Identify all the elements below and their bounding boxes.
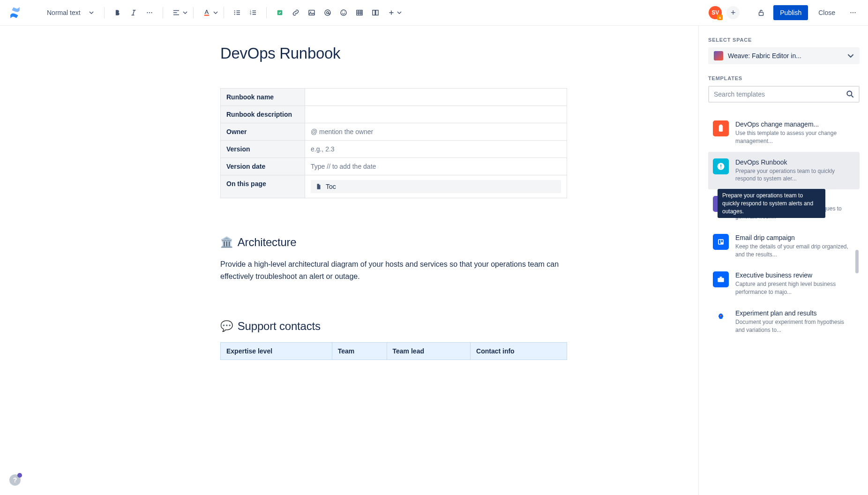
close-button[interactable]: Close xyxy=(813,5,841,20)
templates-sidebar: SELECT SPACE Weave: Fabric Editor in... … xyxy=(698,26,868,495)
meta-label: Runbook description xyxy=(221,106,305,123)
contacts-column-header: Team lead xyxy=(387,343,470,360)
more-actions-button[interactable] xyxy=(846,5,861,20)
meta-label: Version date xyxy=(221,158,305,175)
template-search-input[interactable] xyxy=(708,86,860,103)
svg-rect-36 xyxy=(720,277,722,278)
emoji-button[interactable] xyxy=(336,5,351,20)
chevron-down-icon xyxy=(397,10,402,15)
action-item-button[interactable] xyxy=(272,5,287,20)
table-button[interactable] xyxy=(352,5,367,20)
template-description: Prepare your operations team to quickly … xyxy=(735,167,855,183)
bold-button[interactable] xyxy=(110,5,125,20)
svg-point-6 xyxy=(234,14,235,15)
template-icon xyxy=(713,158,729,174)
meta-row: Runbook name xyxy=(221,89,567,106)
template-item[interactable]: Experiment plan and resultsDocument your… xyxy=(708,303,860,341)
more-formatting-button[interactable] xyxy=(142,5,157,20)
meta-value[interactable] xyxy=(305,89,567,106)
chevron-down-icon xyxy=(847,52,854,59)
svg-point-16 xyxy=(342,12,343,13)
user-avatar[interactable]: SV s xyxy=(709,6,722,19)
mention-button[interactable] xyxy=(320,5,335,20)
svg-point-2 xyxy=(151,12,152,13)
meta-label: Owner xyxy=(221,123,305,141)
svg-point-22 xyxy=(850,12,851,13)
svg-point-1 xyxy=(149,12,150,13)
svg-rect-27 xyxy=(720,125,722,126)
svg-point-25 xyxy=(847,91,852,96)
meta-row: Version dateType // to add the date xyxy=(221,158,567,175)
bullet-list-button[interactable] xyxy=(230,5,245,20)
align-button[interactable] xyxy=(169,5,184,20)
template-icon xyxy=(713,234,729,250)
editor-canvas[interactable]: DevOps Runbook Runbook nameRunbook descr… xyxy=(0,26,698,495)
svg-rect-11 xyxy=(309,10,314,15)
link-button[interactable] xyxy=(288,5,303,20)
meta-row: Owner@ mention the owner xyxy=(221,123,567,141)
meta-value[interactable]: @ mention the owner xyxy=(305,123,567,141)
chevron-down-icon xyxy=(183,10,187,15)
svg-point-17 xyxy=(344,12,345,13)
toc-macro[interactable]: Toc xyxy=(311,180,561,193)
svg-point-5 xyxy=(234,12,235,13)
template-description: Keep the details of your email drip orga… xyxy=(735,243,855,259)
contacts-table[interactable]: Expertise levelTeamTeam leadContact info xyxy=(220,342,567,360)
meta-value[interactable] xyxy=(305,106,567,123)
svg-point-23 xyxy=(853,12,853,13)
template-title: Executive business review xyxy=(735,271,855,279)
space-selector[interactable]: Weave: Fabric Editor in... xyxy=(708,47,860,64)
help-button[interactable]: ? xyxy=(9,474,21,486)
meta-label: Runbook name xyxy=(221,89,305,106)
text-color-button[interactable] xyxy=(199,5,214,20)
architecture-text[interactable]: Provide a high-level architectural diagr… xyxy=(220,258,567,282)
meta-row: Runbook description xyxy=(221,106,567,123)
template-description: Capture and present high level business … xyxy=(735,280,855,296)
italic-button[interactable] xyxy=(126,5,141,20)
svg-rect-35 xyxy=(718,278,724,282)
template-item[interactable]: Executive business reviewCapture and pre… xyxy=(708,265,860,303)
template-title: Experiment plan and results xyxy=(735,309,855,317)
template-tooltip: Prepare your operations team to quickly … xyxy=(718,189,825,218)
svg-point-4 xyxy=(234,10,235,11)
text-style-label: Normal text xyxy=(47,9,81,16)
template-description: Document your experiment from hypothesis… xyxy=(735,318,855,334)
restrictions-button[interactable] xyxy=(754,5,769,20)
template-icon xyxy=(713,271,729,287)
template-item[interactable]: Email drip campaignKeep the details of y… xyxy=(708,227,860,265)
layouts-button[interactable] xyxy=(368,5,383,20)
support-contacts-heading[interactable]: 💬 Support contacts xyxy=(220,320,567,333)
meta-value[interactable]: Type // to add the date xyxy=(305,158,567,175)
image-button[interactable] xyxy=(304,5,319,20)
contacts-column-header: Contact info xyxy=(471,343,567,360)
template-icon xyxy=(713,309,729,325)
svg-rect-30 xyxy=(720,167,721,168)
meta-label: On this page xyxy=(221,175,305,198)
publish-button[interactable]: Publish xyxy=(773,5,808,20)
meta-row: On this pageToc xyxy=(221,175,567,198)
text-style-selector[interactable]: Normal text xyxy=(42,6,98,19)
architecture-heading[interactable]: 🏛️ Architecture xyxy=(220,236,567,249)
template-title: DevOps Runbook xyxy=(735,158,855,166)
svg-point-24 xyxy=(854,12,855,13)
template-title: Email drip campaign xyxy=(735,234,855,241)
space-icon xyxy=(714,51,723,60)
invite-button[interactable]: + xyxy=(726,6,740,19)
numbered-list-button[interactable]: 123 xyxy=(246,5,261,20)
svg-rect-34 xyxy=(721,240,723,242)
scrollbar-thumb[interactable] xyxy=(855,250,859,273)
avatar-badge-icon: s xyxy=(717,15,723,20)
svg-point-15 xyxy=(341,10,346,15)
meta-value[interactable]: e.g., 2.3 xyxy=(305,141,567,158)
search-icon xyxy=(846,90,855,99)
confluence-logo-icon xyxy=(7,5,22,20)
template-item[interactable]: DevOps change managem...Use this templat… xyxy=(708,114,860,152)
template-list: DevOps change managem...Use this templat… xyxy=(708,114,860,341)
select-space-label: SELECT SPACE xyxy=(708,37,860,43)
chevron-down-icon xyxy=(89,10,94,15)
meta-value[interactable]: Toc xyxy=(305,175,567,198)
architecture-emoji-icon: 🏛️ xyxy=(220,236,233,248)
page-title[interactable]: DevOps Runbook xyxy=(220,45,567,62)
template-item[interactable]: DevOps RunbookPrepare your operations te… xyxy=(708,152,860,190)
svg-text:3: 3 xyxy=(250,13,251,15)
